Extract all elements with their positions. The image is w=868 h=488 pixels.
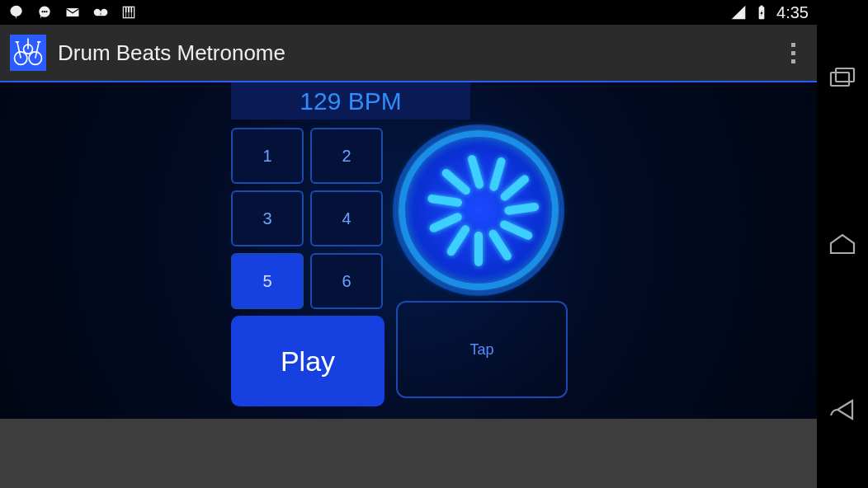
play-button[interactable]: Play	[231, 316, 384, 406]
app-icon	[10, 35, 46, 71]
svg-rect-18	[760, 6, 762, 7]
mail-icon	[64, 4, 81, 21]
beat-button-2[interactable]: 2	[310, 128, 383, 184]
svg-line-23	[35, 42, 39, 59]
status-bar: 4:35	[0, 0, 817, 25]
status-right: 4:35	[730, 3, 809, 22]
piano-icon	[120, 4, 137, 21]
overflow-menu-button[interactable]	[782, 43, 807, 63]
svg-point-8	[101, 10, 107, 16]
svg-rect-16	[131, 7, 133, 12]
status-left-icons	[8, 4, 137, 21]
beat-button-6[interactable]: 6	[310, 253, 383, 309]
svg-point-3	[41, 11, 43, 12]
tempo-dial[interactable]	[396, 128, 561, 293]
svg-rect-28	[836, 68, 854, 82]
status-time: 4:35	[776, 3, 809, 22]
beat-button-5[interactable]: 5	[231, 253, 304, 309]
signal-icon	[730, 4, 747, 21]
beat-button-4[interactable]: 4	[310, 190, 383, 246]
dial-ticks	[396, 128, 561, 293]
home-button[interactable]	[828, 232, 857, 256]
app-body: 129 BPM 1 2 3 4 5 6 Play Tap	[0, 81, 817, 419]
hangouts-icon	[8, 4, 25, 21]
back-button[interactable]	[828, 397, 857, 422]
svg-point-7	[95, 10, 101, 16]
chat-icon	[36, 4, 53, 21]
app-title: Drum Beats Metronome	[58, 40, 285, 66]
beat-button-1[interactable]: 1	[231, 128, 304, 184]
device-screen: 4:35 Drum Beats Metronome 129 BPM 1 2 3 …	[0, 0, 817, 488]
svg-point-5	[45, 11, 47, 12]
right-controls: Tap	[396, 128, 568, 398]
svg-rect-14	[125, 7, 127, 12]
device-bezel-bottom	[0, 419, 817, 488]
svg-rect-27	[831, 73, 849, 86]
recents-button[interactable]	[828, 66, 857, 91]
svg-rect-15	[128, 7, 130, 12]
svg-point-4	[44, 11, 45, 12]
svg-rect-6	[67, 8, 79, 16]
voicemail-icon	[92, 4, 109, 21]
svg-point-20	[29, 52, 41, 64]
battery-charging-icon	[753, 4, 770, 21]
system-nav-bar	[817, 0, 868, 488]
action-bar: Drum Beats Metronome	[0, 25, 817, 81]
svg-rect-0	[14, 9, 17, 12]
beat-button-3[interactable]: 3	[231, 190, 304, 246]
svg-line-22	[17, 42, 21, 59]
tap-button[interactable]: Tap	[396, 301, 568, 398]
bpm-display: 129 BPM	[231, 82, 470, 120]
svg-rect-1	[17, 9, 20, 12]
svg-point-19	[15, 52, 27, 64]
